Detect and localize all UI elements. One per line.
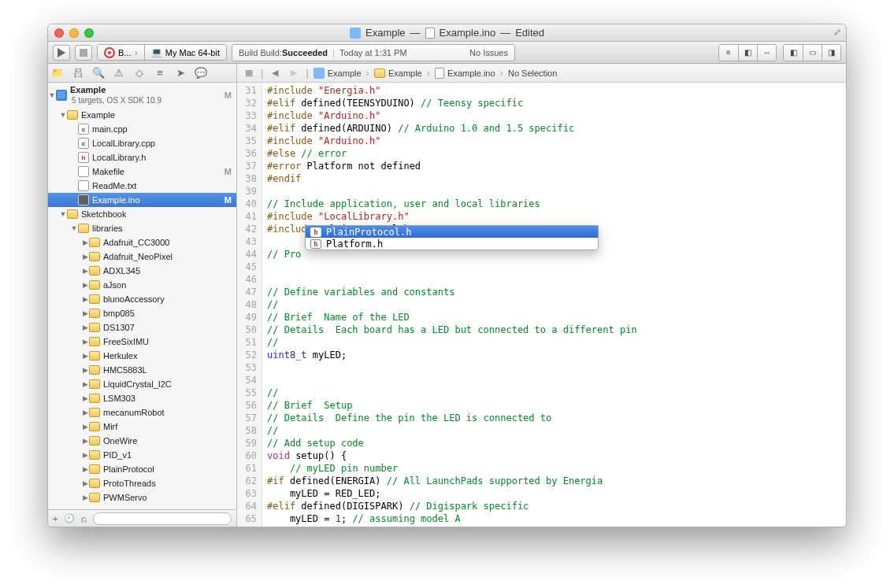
autocomplete-popup[interactable]: hPlainProtocol.hhPlatform.h — [305, 225, 599, 250]
folder-icon — [374, 68, 385, 78]
stop-button[interactable] — [75, 45, 92, 61]
version-editor-button[interactable]: ↔ — [757, 45, 776, 61]
file-row-selected[interactable]: Example.inoM — [48, 193, 236, 207]
test-nav-tab[interactable]: ◇ — [133, 67, 146, 80]
crumb-file[interactable]: Example.ino — [435, 68, 495, 79]
folder-row[interactable]: ▶ADXL345 — [48, 264, 236, 278]
project-nav-tab[interactable]: 📁 — [51, 67, 64, 80]
disclosure-icon[interactable]: ▶ — [81, 380, 89, 388]
line-gutter: 3132333435363738394041424344454647484950… — [237, 83, 262, 527]
bottom-panel-toggle[interactable]: ▭ — [803, 45, 822, 61]
disclosure-icon[interactable]: ▶ — [81, 338, 89, 346]
folder-row[interactable]: ▶LSM303 — [48, 391, 236, 405]
disclosure-icon[interactable]: ▶ — [81, 309, 89, 317]
folder-row[interactable]: ▶Adafruit_CC3000 — [48, 235, 236, 250]
folder-row[interactable]: ▶Herkulex — [48, 349, 236, 363]
folder-icon — [89, 266, 100, 276]
disclosure-icon[interactable]: ▼ — [48, 91, 56, 99]
folder-row[interactable]: ▼Sketchbook — [48, 207, 236, 221]
disclosure-icon[interactable]: ▶ — [81, 352, 89, 360]
back-button[interactable]: ◀ — [268, 66, 282, 80]
folder-row[interactable]: ▶FreeSixIMU — [48, 335, 236, 349]
fullscreen-icon[interactable]: ⤢ — [833, 27, 841, 38]
file-row[interactable]: ReadMe.txt — [48, 179, 236, 193]
issue-nav-tab[interactable]: ⚠ — [113, 67, 125, 80]
disclosure-icon[interactable]: ▶ — [81, 253, 89, 261]
log-nav-tab[interactable]: 💬 — [195, 67, 207, 80]
folder-row[interactable]: ▶PlainProtocol — [48, 462, 236, 476]
disclosure-icon[interactable]: ▶ — [81, 281, 89, 289]
recent-button[interactable]: 🕘 — [64, 513, 75, 523]
forward-button[interactable]: ▶ — [287, 66, 301, 80]
disclosure-icon[interactable]: ▶ — [81, 437, 89, 445]
folder-row[interactable]: ▶PWMServo — [48, 490, 236, 505]
autocomplete-label: Platform.h — [326, 238, 383, 250]
standard-editor-button[interactable]: ≡ — [719, 45, 738, 61]
disclosure-icon[interactable]: ▶ — [81, 465, 89, 473]
disclosure-icon[interactable]: ▶ — [81, 423, 89, 431]
folder-row[interactable]: ▶PID_v1 — [48, 448, 236, 462]
folder-row[interactable]: ▶Adafruit_NeoPixel — [48, 250, 236, 264]
item-label: ProtoThreads — [103, 479, 156, 488]
zoom-window-button[interactable] — [84, 28, 94, 38]
minimize-window-button[interactable] — [69, 28, 79, 38]
disclosure-icon[interactable]: ▶ — [81, 324, 89, 331]
disclosure-icon[interactable]: ▶ — [81, 267, 89, 275]
scm-filter-button[interactable]: ⎌ — [81, 514, 87, 523]
symbol-nav-tab[interactable]: 吕 — [72, 67, 84, 80]
crumb-selection[interactable]: No Selection — [508, 68, 557, 78]
scheme-selector[interactable]: B...› 💻My Mac 64-bit — [97, 44, 227, 61]
related-items-button[interactable]: ▦ — [242, 66, 256, 80]
folder-row[interactable]: ▼Example — [48, 108, 236, 122]
close-window-button[interactable] — [54, 28, 64, 38]
autocomplete-item[interactable]: hPlatform.h — [306, 238, 598, 250]
code-editor[interactable]: 3132333435363738394041424344454647484950… — [237, 83, 846, 527]
disclosure-icon[interactable]: ▼ — [59, 111, 67, 119]
autocomplete-item[interactable]: hPlainProtocol.h — [306, 226, 598, 238]
project-root[interactable]: ▼ Example 5 targets, OS X SDK 10.9 M — [48, 83, 236, 108]
folder-row[interactable]: ▶ProtoThreads — [48, 476, 236, 490]
search-nav-tab[interactable]: 🔍 — [92, 67, 105, 80]
folder-icon — [89, 436, 100, 446]
file-row[interactable]: cLocalLibrary.cpp — [48, 136, 236, 150]
disclosure-icon[interactable]: ▶ — [81, 295, 89, 303]
disclosure-icon[interactable]: ▶ — [81, 479, 89, 487]
folder-row[interactable]: ▶blunoAccessory — [48, 292, 236, 306]
debug-nav-tab[interactable]: ≡ — [154, 67, 166, 80]
folder-row[interactable]: ▶Mirf — [48, 420, 236, 434]
run-button[interactable] — [53, 45, 70, 61]
file-row[interactable]: MakefileM — [48, 165, 236, 179]
code-source[interactable]: #include "Energia.h" #elif defined(TEENS… — [262, 83, 846, 527]
breakpoint-nav-tab[interactable]: ➤ — [174, 67, 187, 80]
file-row[interactable]: hLocalLibrary.h — [48, 150, 236, 165]
folder-row[interactable]: ▶aJson — [48, 278, 236, 292]
folder-row[interactable]: ▶DS1307 — [48, 320, 236, 335]
scm-modified-badge: M — [224, 91, 232, 100]
file-row[interactable]: cmain.cpp — [48, 122, 236, 136]
add-button[interactable]: + — [53, 514, 57, 523]
crumb-project[interactable]: Example — [313, 68, 362, 79]
right-panel-toggle[interactable]: ◨ — [822, 45, 840, 61]
assistant-editor-button[interactable]: ◧ — [738, 45, 757, 61]
filter-field[interactable] — [93, 512, 232, 525]
disclosure-icon[interactable]: ▶ — [81, 409, 89, 416]
disclosure-icon[interactable]: ▶ — [81, 394, 89, 402]
folder-row[interactable]: ▶mecanumRobot — [48, 405, 236, 420]
disclosure-icon[interactable]: ▶ — [81, 451, 89, 459]
disclosure-icon[interactable]: ▼ — [70, 224, 78, 232]
left-panel-toggle[interactable]: ◧ — [784, 45, 803, 61]
folder-row[interactable]: ▶HMC5883L — [48, 363, 236, 377]
activity-status[interactable]: Build Build: Succeeded | Today at 1:31 P… — [232, 44, 515, 61]
folder-icon — [67, 209, 78, 219]
folder-row[interactable]: ▶OneWire — [48, 434, 236, 448]
disclosure-icon[interactable]: ▼ — [59, 210, 67, 218]
editor-area: ▦ | ◀ ▶ | Example › Example › Example.in… — [237, 64, 846, 527]
disclosure-icon[interactable]: ▶ — [81, 494, 89, 501]
folder-row[interactable]: ▶bmp085 — [48, 306, 236, 320]
folder-row[interactable]: ▼libraries — [48, 221, 236, 235]
folder-row[interactable]: ▶LiquidCrystal_I2C — [48, 377, 236, 391]
crumb-group[interactable]: Example — [374, 68, 422, 78]
disclosure-icon[interactable]: ▶ — [81, 366, 89, 374]
project-doc-icon — [350, 28, 361, 39]
disclosure-icon[interactable]: ▶ — [81, 239, 89, 246]
